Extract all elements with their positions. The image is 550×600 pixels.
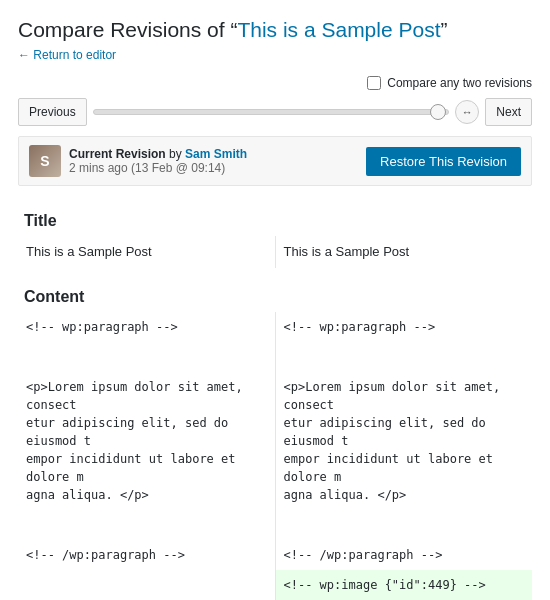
next-button[interactable]: Next [485, 98, 532, 126]
revision-info-bar: S Current Revision by Sam Smith 2 mins a… [18, 136, 532, 186]
current-revision-label: Current Revision [69, 147, 166, 161]
diff-left-1: <!-- wp:paragraph --> [18, 312, 275, 342]
section-divider [18, 268, 532, 278]
diff-right-3: <p>Lorem ipsum dolor sit amet, consect e… [275, 372, 532, 510]
diff-left-3: <p>Lorem ipsum dolor sit amet, consect e… [18, 372, 275, 510]
time-info: 2 mins ago (13 Feb @ 09:14) [69, 161, 247, 175]
diff-left-4 [18, 510, 275, 540]
restore-revision-button[interactable]: Restore This Revision [366, 147, 521, 176]
revision-author: S Current Revision by Sam Smith 2 mins a… [29, 145, 247, 177]
compare-bar: Compare any two revisions [18, 76, 532, 90]
compare-checkbox[interactable] [367, 76, 381, 90]
title-section-row: Title [18, 202, 532, 236]
avatar: S [29, 145, 61, 177]
diff-right-4 [275, 510, 532, 540]
diff-table: Title This is a Sample Post This is a Sa… [18, 202, 532, 600]
by-word: by [169, 147, 182, 161]
diff-right-5: <!-- /wp:paragraph --> [275, 540, 532, 570]
return-to-editor-link[interactable]: ← Return to editor [18, 48, 116, 62]
revision-slider[interactable] [93, 109, 450, 115]
diff-right-2 [275, 342, 532, 372]
author-name: Sam Smith [185, 147, 247, 161]
diff-right-6: <!-- wp:image {"id":449} --> [275, 570, 532, 600]
compare-label: Compare any two revisions [387, 76, 532, 90]
avatar-image: S [29, 145, 61, 177]
content-section-row: Content [18, 278, 532, 312]
diff-row-5: <!-- /wp:paragraph --> <!-- /wp:paragrap… [18, 540, 532, 570]
previous-button[interactable]: Previous [18, 98, 87, 126]
diff-row-4 [18, 510, 532, 540]
title-section-header: Title [18, 202, 532, 236]
nav-bar: Previous ↔ Next [18, 98, 532, 126]
diff-row-1: <!-- wp:paragraph --> <!-- wp:paragraph … [18, 312, 532, 342]
arrow-icon[interactable]: ↔ [455, 100, 479, 124]
diff-left-6 [18, 570, 275, 600]
diff-row-2 [18, 342, 532, 372]
diff-row-3: <p>Lorem ipsum dolor sit amet, consect e… [18, 372, 532, 510]
diff-left-5: <!-- /wp:paragraph --> [18, 540, 275, 570]
content-section-header: Content [18, 278, 532, 312]
title-left: This is a Sample Post [18, 236, 275, 268]
page-title: Compare Revisions of “This is a Sample P… [18, 16, 532, 43]
title-right: This is a Sample Post [275, 236, 532, 268]
diff-left-2 [18, 342, 275, 372]
post-title-link[interactable]: This is a Sample Post [237, 18, 440, 41]
title-diff-row: This is a Sample Post This is a Sample P… [18, 236, 532, 268]
slider-thumb[interactable] [430, 104, 446, 120]
revision-meta: Current Revision by Sam Smith 2 mins ago… [69, 147, 247, 175]
diff-row-6: <!-- wp:image {"id":449} --> [18, 570, 532, 600]
diff-right-1: <!-- wp:paragraph --> [275, 312, 532, 342]
